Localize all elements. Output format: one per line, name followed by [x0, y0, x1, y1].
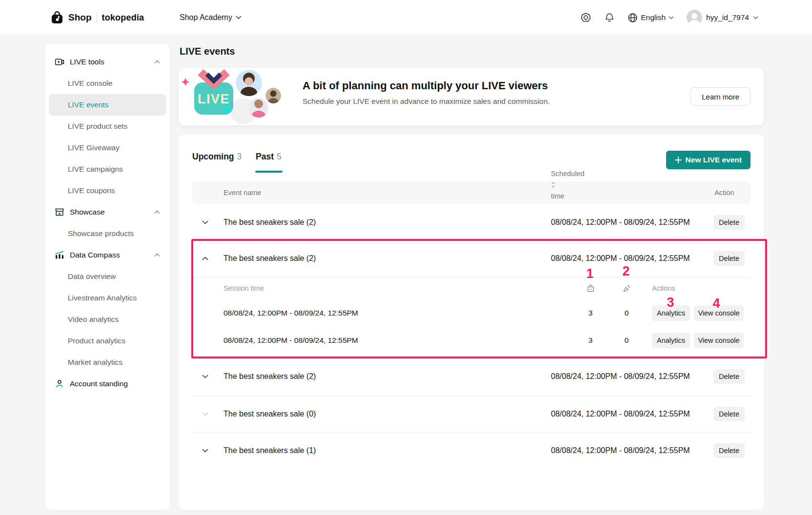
- sidebar-group-live-tools[interactable]: LIVE tools: [45, 51, 170, 73]
- new-live-event-label: New LIVE event: [686, 156, 742, 164]
- sidebar-item-label: LIVE coupons: [68, 186, 115, 195]
- top-header: Shop tokopedia Shop Academy English hyy_…: [0, 0, 812, 35]
- chevron-down-icon[interactable]: [192, 220, 223, 224]
- event-row[interactable]: The best sneakers sale (0) 08/08/24, 12:…: [192, 396, 751, 432]
- logo-brand-text: tokopedia: [102, 13, 144, 23]
- chevron-down-icon[interactable]: [192, 375, 223, 378]
- chevron-down-icon: [236, 16, 242, 20]
- event-scheduled-time: 08/08/24, 12:00PM - 08/09/24, 12:55PM: [551, 254, 690, 263]
- page-title: LIVE events: [180, 46, 235, 57]
- chevron-down-icon-disabled: [192, 412, 223, 416]
- tab-label: Upcoming: [192, 152, 234, 161]
- sidebar-item-video-analytics[interactable]: Video analytics: [45, 309, 170, 330]
- session-time: 08/08/24, 12:00PM - 08/09/24, 12:55PM: [223, 336, 358, 345]
- session-row: 08/08/24, 12:00PM - 08/09/24, 12:55PM 3 …: [192, 299, 751, 327]
- sidebar-item-label: Data overview: [68, 272, 116, 281]
- column-session-time: Session time: [223, 284, 264, 292]
- chevron-up-icon: [154, 60, 160, 64]
- bag-icon: [581, 284, 600, 293]
- settings-gear-icon[interactable]: [580, 12, 591, 23]
- analytics-button[interactable]: Analytics: [652, 333, 690, 348]
- logo[interactable]: Shop tokopedia: [51, 0, 144, 35]
- sidebar-item-live-console[interactable]: LIVE console: [45, 73, 170, 94]
- delete-button[interactable]: Delete: [713, 369, 745, 384]
- view-console-button[interactable]: View console: [694, 333, 744, 348]
- event-row[interactable]: The best sneakers sale (2) 08/08/24, 12:…: [192, 205, 751, 240]
- username: hyy_id_7974: [706, 13, 749, 22]
- tab-upcoming[interactable]: Upcoming3: [192, 152, 242, 162]
- event-name: The best sneakers sale (0): [223, 410, 316, 418]
- event-scheduled-time: 08/08/24, 12:00PM - 08/09/24, 12:55PM: [551, 446, 690, 455]
- session-time: 08/08/24, 12:00PM - 08/09/24, 12:55PM: [223, 309, 358, 317]
- sidebar-item-live-campaigns[interactable]: LIVE campaigns: [45, 158, 170, 180]
- plus-icon: [675, 157, 682, 163]
- language-label: English: [641, 13, 666, 22]
- shop-academy-menu[interactable]: Shop Academy: [180, 0, 242, 35]
- delete-button[interactable]: Delete: [713, 443, 745, 458]
- banner-subtitle: Schedule your LIVE event in advance to m…: [303, 97, 550, 106]
- chevron-up-icon[interactable]: [192, 257, 223, 260]
- globe-icon: [628, 13, 638, 23]
- sidebar-group-label: Showcase: [70, 208, 105, 217]
- column-event-name: Event name: [223, 181, 261, 204]
- new-live-event-button[interactable]: New LIVE event: [666, 151, 751, 169]
- shop-bag-logo-icon: [51, 11, 63, 24]
- table-header: Event name Scheduled time Action: [192, 181, 751, 204]
- chevron-down-icon[interactable]: [192, 449, 223, 453]
- banner-title: A bit of planning can multiply your LIVE…: [303, 79, 548, 92]
- sidebar-item-showcase-products[interactable]: Showcase products: [45, 223, 170, 244]
- sidebar-item-product-analytics[interactable]: Product analytics: [45, 330, 170, 352]
- shop-academy-label: Shop Academy: [180, 13, 232, 22]
- sidebar-item-live-coupons[interactable]: LIVE coupons: [45, 180, 170, 201]
- tab-count: 5: [277, 152, 282, 161]
- chevron-up-icon: [154, 210, 160, 214]
- account-standing-person-icon: [55, 379, 64, 389]
- analytics-button[interactable]: Analytics: [652, 305, 690, 321]
- event-scheduled-time: 08/08/24, 12:00PM - 08/09/24, 12:55PM: [551, 372, 690, 381]
- event-row[interactable]: The best sneakers sale (2) 08/08/24, 12:…: [192, 357, 751, 396]
- sidebar-group-label: LIVE tools: [70, 58, 104, 66]
- promo-banner: LIVE A bit of planning can multiply your…: [179, 68, 764, 125]
- sidebar-group-data-compass[interactable]: Data Compass: [45, 244, 170, 266]
- column-actions: Actions: [652, 284, 675, 292]
- account-menu[interactable]: hyy_id_7974: [687, 10, 758, 25]
- column-scheduled-time[interactable]: Scheduled time: [551, 181, 555, 188]
- event-scheduled-time: 08/08/24, 12:00PM - 08/09/24, 12:55PM: [551, 218, 690, 227]
- column-scheduled-time-label: Scheduled time: [551, 162, 585, 207]
- session-products-count: 3: [581, 309, 600, 317]
- sidebar-item-livestream-analytics[interactable]: Livestream Analytics: [45, 287, 170, 309]
- sidebar-group-showcase[interactable]: Showcase: [45, 201, 170, 223]
- live-events-card: Upcoming3 Past5 New LIVE event Event nam…: [179, 134, 764, 510]
- tab-past[interactable]: Past5: [256, 152, 282, 162]
- confetti-icon: [617, 284, 636, 293]
- sidebar-item-label: LIVE events: [68, 100, 109, 109]
- event-name: The best sneakers sale (2): [223, 372, 316, 381]
- language-selector[interactable]: English: [628, 13, 674, 23]
- sidebar-item-account-standing[interactable]: Account standing: [45, 373, 170, 395]
- sidebar-item-live-giveaway[interactable]: LIVE Giveaway: [45, 137, 170, 158]
- delete-button[interactable]: Delete: [713, 215, 745, 230]
- avatar: [687, 10, 702, 25]
- sidebar-item-live-events[interactable]: LIVE events: [49, 94, 166, 116]
- sidebar-item-label: Product analytics: [68, 337, 125, 345]
- session-products-count: 3: [581, 336, 600, 345]
- data-compass-chart-icon: [55, 250, 64, 260]
- event-row[interactable]: The best sneakers sale (1) 08/08/24, 12:…: [192, 432, 751, 469]
- view-console-button[interactable]: View console: [694, 305, 744, 321]
- learn-more-button[interactable]: Learn more: [690, 87, 751, 106]
- session-giveaways-count: 0: [617, 309, 636, 317]
- tab-count: 3: [237, 152, 242, 161]
- sidebar-item-market-analytics[interactable]: Market analytics: [45, 352, 170, 373]
- notifications-bell-icon[interactable]: [604, 12, 615, 23]
- sidebar-item-data-overview[interactable]: Data overview: [45, 266, 170, 287]
- event-row-expanded[interactable]: The best sneakers sale (2) 08/08/24, 12:…: [192, 240, 751, 277]
- delete-button[interactable]: Delete: [713, 251, 745, 266]
- sidebar: LIVE tools LIVE console LIVE events LIVE…: [45, 43, 170, 510]
- sidebar-item-label: LIVE product sets: [68, 122, 127, 131]
- logo-shop-text: Shop: [68, 12, 92, 23]
- sidebar-item-live-product-sets[interactable]: LIVE product sets: [45, 116, 170, 137]
- chevron-down-icon: [669, 16, 674, 20]
- sidebar-group-label: Account standing: [70, 379, 128, 388]
- showcase-storefront-icon: [55, 207, 64, 217]
- delete-button[interactable]: Delete: [713, 407, 745, 421]
